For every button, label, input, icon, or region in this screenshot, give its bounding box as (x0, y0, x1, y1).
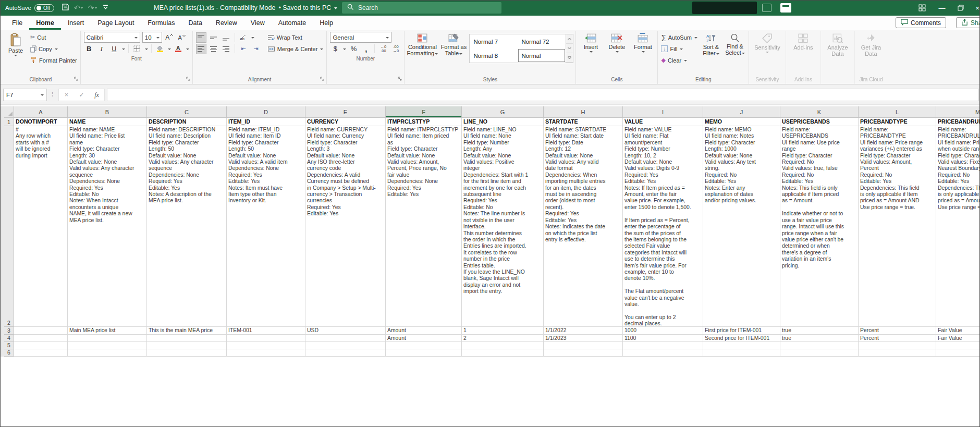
percent-style-button[interactable]: % (348, 44, 359, 54)
cell-L6[interactable] (859, 349, 936, 357)
gallery-more-icon[interactable] (566, 53, 573, 63)
cell-E3[interactable]: USD (305, 327, 386, 335)
row-header-6[interactable]: 6 (4, 349, 14, 357)
customize-quick-access-icon[interactable] (102, 4, 109, 12)
cell-G1[interactable]: LINE_NO (462, 118, 544, 126)
format-painter-button[interactable]: Format Painter (29, 55, 78, 66)
formula-bar-splitter[interactable]: ⁞ (52, 91, 53, 97)
cell-M5[interactable] (936, 342, 980, 349)
cell-M1[interactable]: PRICEBANDRULE (936, 118, 980, 126)
cell-C4[interactable] (147, 335, 227, 342)
clear-button[interactable]: ◆Clear (660, 55, 699, 66)
cell-K6[interactable] (780, 349, 859, 357)
cell-B3[interactable]: Main MEA price list (68, 327, 147, 335)
cell-J3[interactable]: First price for ITEM-001 (703, 327, 780, 335)
cell-D3[interactable]: ITEM-001 (227, 327, 305, 335)
ribbon-display-options-icon[interactable] (913, 0, 931, 16)
align-center-button[interactable] (209, 44, 219, 54)
style-normal-8[interactable]: Normal 8 (470, 48, 518, 63)
cell-I5[interactable] (623, 342, 703, 349)
cell-J1[interactable]: MEMO (703, 118, 780, 126)
increase-font-size-button[interactable]: A (164, 32, 175, 43)
cell-K1[interactable]: USEPRICEBANDS (780, 118, 859, 126)
cell-H5[interactable] (544, 342, 623, 349)
alignment-dialog-launcher-icon[interactable] (320, 76, 325, 82)
cell-H1[interactable]: STARTDATE (544, 118, 623, 126)
wrap-text-button[interactable]: Wrap Text (266, 32, 325, 43)
cell-B5[interactable] (68, 342, 147, 349)
cell-J4[interactable]: Second price for ITEM-001 (703, 335, 780, 342)
cell-K2[interactable]: Field name: USEPRICEBANDS UI field name:… (780, 126, 859, 327)
comma-style-button[interactable]: , (361, 44, 371, 54)
autosave-toggle[interactable]: AutoSave Off (5, 4, 54, 12)
close-button[interactable]: × (969, 0, 980, 16)
format-as-table-button[interactable]: Format asTable (439, 32, 468, 56)
select-all-button[interactable] (4, 106, 14, 118)
tab-automate[interactable]: Automate (272, 16, 313, 30)
cell-A5[interactable] (14, 342, 68, 349)
column-header-M[interactable]: M (936, 106, 980, 118)
tab-review[interactable]: Review (209, 16, 244, 30)
cell-E4[interactable] (305, 335, 386, 342)
cell-F4[interactable]: Amount (386, 335, 462, 342)
formula-input[interactable] (107, 89, 979, 101)
tab-page-layout[interactable]: Page Layout (91, 16, 141, 30)
cell-M3[interactable]: Fair Value (936, 327, 980, 335)
insert-function-icon[interactable]: fx (89, 91, 104, 99)
tab-file[interactable]: File (5, 16, 29, 30)
tab-insert[interactable]: Insert (61, 16, 91, 30)
column-header-F[interactable]: F (386, 106, 462, 118)
tab-formulas[interactable]: Formulas (141, 16, 181, 30)
cell-B1[interactable]: NAME (68, 118, 147, 126)
cell-H3[interactable]: 1/1/2022 (544, 327, 623, 335)
cell-D1[interactable]: ITEM_ID (227, 118, 305, 126)
row-header-5[interactable]: 5 (4, 342, 14, 349)
cell-L1[interactable]: PRICEBANDTYPE (859, 118, 936, 126)
cell-B6[interactable] (68, 349, 147, 357)
cell-D2[interactable]: Field name: ITEM_ID UI field name: Item … (227, 126, 305, 327)
cell-I2[interactable]: Field name: VALUE UI field name: Flat am… (623, 126, 703, 327)
column-header-G[interactable]: G (462, 106, 544, 118)
align-bottom-button[interactable] (221, 32, 231, 43)
cell-I1[interactable]: VALUE (623, 118, 703, 126)
column-header-C[interactable]: C (147, 106, 227, 118)
cell-I6[interactable] (623, 349, 703, 357)
cell-C5[interactable] (147, 342, 227, 349)
column-header-J[interactable]: J (703, 106, 780, 118)
merge-center-button[interactable]: Merge & Center (266, 43, 325, 54)
cell-A4[interactable] (14, 335, 68, 342)
cell-J2[interactable]: Field name: MEMO UI field name: Notes Fi… (703, 126, 780, 327)
column-header-I[interactable]: I (623, 106, 703, 118)
comments-button[interactable]: Comments (896, 17, 946, 28)
delete-cells-button[interactable]: Delete (604, 32, 629, 53)
cell-B2[interactable]: Field name: NAME UI field name: Price li… (68, 126, 147, 327)
search-box[interactable]: Search (342, 2, 501, 14)
enter-formula-icon[interactable]: ✓ (74, 91, 89, 99)
fill-color-button[interactable] (155, 44, 165, 54)
cell-A1[interactable]: DONOTIMPORT (14, 118, 68, 126)
cell-E2[interactable]: Field name: CURRENCY UI field name: Curr… (305, 126, 386, 327)
office-badge-icon[interactable] (780, 3, 791, 13)
insert-cells-button[interactable]: Insert (578, 32, 603, 53)
gallery-up-icon[interactable] (566, 34, 573, 44)
cell-C1[interactable]: DESCRIPTION (147, 118, 227, 126)
cell-L5[interactable] (859, 342, 936, 349)
cancel-formula-icon[interactable]: × (59, 91, 74, 99)
decrease-indent-icon[interactable]: ⇤ (238, 44, 249, 54)
minimize-button[interactable]: — (933, 0, 951, 16)
column-header-A[interactable]: A (14, 106, 68, 118)
cell-M2[interactable]: Field name: PRICEBANDRULE UI field name:… (936, 126, 980, 327)
undo-icon[interactable]: ↶ (74, 4, 83, 11)
cell-F3[interactable]: Amount (386, 327, 462, 335)
cell-F6[interactable] (386, 349, 462, 357)
italic-button[interactable]: I (96, 44, 107, 54)
row-header-2[interactable]: 2 (4, 126, 14, 327)
align-left-button[interactable] (196, 44, 206, 54)
cell-L2[interactable]: Field name: PRICEBANDTYPE UI field name:… (859, 126, 936, 327)
cell-E5[interactable] (305, 342, 386, 349)
cell-H2[interactable]: Field name: STARTDATE UI field name: Sta… (544, 126, 623, 327)
cell-K5[interactable] (780, 342, 859, 349)
style-normal-selected[interactable]: Normal (518, 48, 566, 63)
column-header-K[interactable]: K (780, 106, 859, 118)
cell-C6[interactable] (147, 349, 227, 357)
